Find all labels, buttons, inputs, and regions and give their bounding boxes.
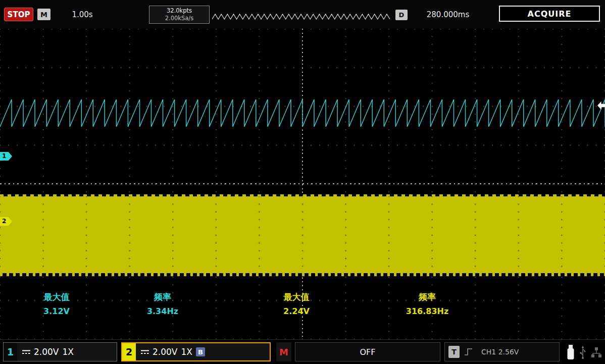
measurement-label: 最大值 xyxy=(16,291,97,303)
trigger-info-box[interactable]: T CH1 2.56V xyxy=(444,342,560,361)
measurement-ch1-frequency: 频率 3.34Hz xyxy=(122,291,203,316)
channel1-status-box[interactable]: 1 2.00V 1X xyxy=(3,342,117,361)
center-horizontal-gridline xyxy=(0,183,605,184)
measurement-label: 频率 xyxy=(122,291,203,303)
channel2-scale: 2.00V xyxy=(153,347,177,357)
channel2-status-box-selected[interactable]: 2 2.00V 1X B xyxy=(121,342,271,361)
memory-depth: 32.0kpts xyxy=(149,7,209,15)
measurement-value: 3.34Hz xyxy=(122,306,203,316)
waveform-preview-strip xyxy=(212,13,391,21)
bottom-status-bar: 1 2.00V 1X 2 2.00V 1X B M OFF T CH1 2 xyxy=(0,339,605,364)
channel2-probe: 1X xyxy=(181,347,192,357)
waveform-display: 1 2 最大值 3.12V 频率 3.34Hz 最大值 2.24V 频率 316… xyxy=(0,29,605,339)
preview-zigzag-icon xyxy=(212,13,391,21)
measurement-ch2-frequency: 频率 316.83Hz xyxy=(387,291,468,316)
dc-coupling-icon xyxy=(141,349,149,354)
peripheral-status-icons xyxy=(567,344,602,360)
measurement-ch1-max: 最大值 3.12V xyxy=(16,291,97,316)
rising-edge-icon xyxy=(464,347,473,357)
lan-icon xyxy=(591,347,602,358)
horizontal-mode-button[interactable]: M xyxy=(37,9,51,20)
channel2-settings: 2.00V 1X B xyxy=(136,343,210,360)
measurement-label: 频率 xyxy=(387,291,468,303)
bandwidth-limit-badge: B xyxy=(196,347,205,356)
trigger-button[interactable]: T xyxy=(448,346,460,358)
acquire-menu-title[interactable]: ACQUIRE xyxy=(499,6,600,22)
dc-coupling-icon xyxy=(22,349,30,354)
measurement-value: 3.12V xyxy=(16,306,97,316)
top-bar: STOP M 1.00s 32.0kpts 2.00kSa/s D 280.00… xyxy=(0,0,605,29)
math-indicator[interactable]: M xyxy=(276,342,291,361)
run-stop-button[interactable]: STOP xyxy=(4,8,33,21)
measurement-ch2-max: 最大值 2.24V xyxy=(256,291,337,316)
channel1-number-badge: 1 xyxy=(4,343,17,361)
timebase-readout: 1.00s xyxy=(60,10,105,19)
measurement-value: 2.24V xyxy=(256,306,337,316)
channel1-probe: 1X xyxy=(62,347,73,357)
usb-device-icon xyxy=(567,345,575,360)
channel2-number-badge: 2 xyxy=(122,343,136,360)
channel1-settings: 2.00V 1X xyxy=(17,343,82,361)
delay-button[interactable]: D xyxy=(395,10,408,20)
usb-host-icon xyxy=(579,345,586,360)
delay-readout: 280.000ms xyxy=(415,10,481,19)
trigger-status-box[interactable]: OFF xyxy=(295,342,440,361)
trigger-source-readout: CH1 2.56V xyxy=(481,348,519,356)
acquisition-readout: 32.0kpts 2.00kSa/s xyxy=(149,6,210,24)
measurement-value: 316.83Hz xyxy=(387,306,468,316)
sample-rate: 2.00kSa/s xyxy=(149,15,209,22)
channel2-waveform-band xyxy=(0,196,605,273)
measurement-label: 最大值 xyxy=(256,291,337,303)
channel1-scale: 2.00V xyxy=(34,347,59,357)
